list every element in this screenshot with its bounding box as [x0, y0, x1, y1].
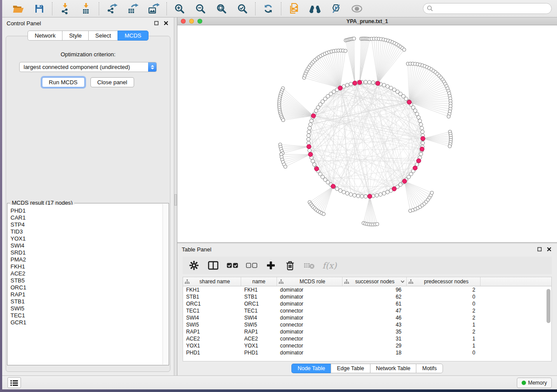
- table-cell[interactable]: 18: [343, 349, 407, 356]
- tab-select[interactable]: Select: [88, 31, 118, 41]
- mcds-result-item[interactable]: YOX1: [10, 235, 163, 242]
- table-cell[interactable]: 2: [407, 286, 481, 293]
- save-session-button[interactable]: [32, 2, 47, 16]
- table-cell[interactable]: 0: [407, 293, 481, 300]
- open-file-button[interactable]: [11, 2, 26, 16]
- select-all-checkboxes-button[interactable]: [226, 259, 239, 272]
- delete-column-button[interactable]: [284, 259, 296, 272]
- refresh-button[interactable]: [261, 2, 276, 16]
- tab-edge-table[interactable]: Edge Table: [331, 364, 370, 373]
- column-header-name[interactable]: name: [241, 277, 277, 286]
- network-graph[interactable]: [177, 25, 557, 242]
- mcds-result-item[interactable]: ACE2: [10, 270, 163, 277]
- table-row[interactable]: RAP1RAP1dominator352: [183, 328, 551, 335]
- export-network-button[interactable]: [104, 2, 119, 16]
- close-panel-button[interactable]: Close panel: [90, 77, 135, 87]
- table-cell[interactable]: PHD1: [241, 349, 277, 356]
- zoom-out-button[interactable]: [193, 2, 208, 16]
- run-mcds-button[interactable]: Run MCDS: [42, 77, 85, 87]
- float-panel-icon[interactable]: [153, 20, 160, 27]
- table-row[interactable]: ACE2ACE2connector311: [183, 335, 551, 342]
- float-table-panel-icon[interactable]: [536, 246, 543, 253]
- table-cell[interactable]: ACE2: [241, 335, 277, 342]
- table-cell[interactable]: 2: [407, 314, 481, 321]
- tab-motifs[interactable]: Motifs: [416, 364, 443, 373]
- mcds-result-item[interactable]: PMA2: [10, 256, 163, 263]
- table-cell[interactable]: connector: [277, 342, 343, 349]
- mcds-result-item[interactable]: STB1: [10, 298, 163, 305]
- table-row[interactable]: YOX1YOX1connector291: [183, 342, 551, 349]
- search-network-button[interactable]: [308, 2, 322, 16]
- mcds-result-item[interactable]: ORC1: [10, 284, 163, 291]
- table-cell[interactable]: 96: [343, 286, 407, 293]
- table-cell[interactable]: connector: [277, 307, 343, 314]
- close-table-panel-icon[interactable]: [546, 246, 553, 253]
- import-table-button[interactable]: [79, 2, 93, 16]
- optimization-criterion-select[interactable]: largest connected component (undirected): [19, 62, 157, 72]
- table-cell[interactable]: dominator: [277, 328, 343, 335]
- splitter-grip[interactable]: [174, 194, 177, 206]
- share-document-button[interactable]: [287, 2, 301, 16]
- deselect-all-checkboxes-button[interactable]: [246, 259, 258, 272]
- table-cell[interactable]: 31: [343, 335, 407, 342]
- mcds-result-item[interactable]: TID3: [10, 228, 163, 235]
- table-cell[interactable]: PHD1: [183, 349, 241, 356]
- table-cell[interactable]: YOX1: [183, 342, 241, 349]
- mcds-result-item[interactable]: SWI5: [10, 305, 163, 312]
- table-row[interactable]: SWI4SWI4dominator462: [183, 314, 551, 321]
- table-cell[interactable]: 1: [407, 342, 481, 349]
- task-history-button[interactable]: [7, 377, 21, 388]
- mcds-result-item[interactable]: PHD1: [10, 207, 163, 214]
- network-canvas[interactable]: [177, 25, 557, 242]
- column-header-successor-nodes[interactable]: successor nodes: [343, 277, 407, 286]
- table-cell[interactable]: connector: [277, 335, 343, 342]
- zoom-in-button[interactable]: [172, 2, 187, 16]
- table-cell[interactable]: 61: [343, 300, 407, 307]
- mcds-result-item[interactable]: TEC1: [10, 312, 163, 319]
- search-input[interactable]: [433, 5, 548, 12]
- mcds-result-item[interactable]: FKH1: [10, 263, 163, 270]
- export-table-button[interactable]: [125, 2, 140, 16]
- table-cell[interactable]: dominator: [277, 286, 343, 293]
- tab-node-table[interactable]: Node Table: [291, 364, 331, 373]
- table-cell[interactable]: YOX1: [241, 342, 277, 349]
- mcds-result-scrollbar[interactable]: [163, 204, 168, 364]
- table-cell[interactable]: RAP1: [241, 328, 277, 335]
- table-row[interactable]: ORC1ORC1dominator610: [183, 300, 551, 307]
- mcds-result-item[interactable]: RAP1: [10, 291, 163, 298]
- table-cell[interactable]: 1: [407, 321, 481, 328]
- mcds-result-item[interactable]: STB5: [10, 277, 163, 284]
- table-row[interactable]: STB1STB1dominator620: [183, 293, 551, 300]
- table-cell[interactable]: SWI5: [183, 321, 241, 328]
- zoom-fit-button[interactable]: [214, 2, 229, 16]
- table-row[interactable]: FKH1FKH1dominator962: [183, 286, 551, 293]
- column-header-predecessor-nodes[interactable]: predecessor nodes: [407, 277, 481, 286]
- table-row[interactable]: SWI5SWI5connector431: [183, 321, 551, 328]
- table-cell[interactable]: FKH1: [241, 286, 277, 293]
- table-cell[interactable]: SWI5: [241, 321, 277, 328]
- table-cell[interactable]: ORC1: [183, 300, 241, 307]
- table-cell[interactable]: 0: [407, 349, 481, 356]
- mcds-result-item[interactable]: STP4: [10, 221, 163, 228]
- column-header-shared-name[interactable]: shared name: [183, 277, 241, 286]
- column-layout-button[interactable]: [207, 259, 219, 272]
- mcds-result-item[interactable]: CAR1: [10, 214, 163, 221]
- tab-network[interactable]: Network: [28, 31, 62, 41]
- import-network-button[interactable]: [58, 2, 73, 16]
- memory-button[interactable]: Memory: [517, 378, 552, 388]
- table-row[interactable]: TEC1TEC1connector472: [183, 307, 551, 314]
- table-cell[interactable]: 0: [407, 300, 481, 307]
- table-cell[interactable]: 1: [407, 335, 481, 342]
- mcds-result-item[interactable]: SWI4: [10, 242, 163, 249]
- table-cell[interactable]: 62: [343, 293, 407, 300]
- table-cell[interactable]: ACE2: [183, 335, 241, 342]
- show-eye-button[interactable]: [349, 2, 364, 16]
- table-cell[interactable]: FKH1: [183, 286, 241, 293]
- mcds-result-item[interactable]: GCR1: [10, 319, 163, 326]
- table-cell[interactable]: SWI4: [241, 314, 277, 321]
- tab-mcds[interactable]: MCDS: [118, 31, 148, 41]
- search-box[interactable]: [423, 3, 552, 14]
- table-cell[interactable]: dominator: [277, 300, 343, 307]
- column-header-mcds-role[interactable]: MCDS role: [277, 277, 343, 286]
- table-cell[interactable]: 46: [343, 314, 407, 321]
